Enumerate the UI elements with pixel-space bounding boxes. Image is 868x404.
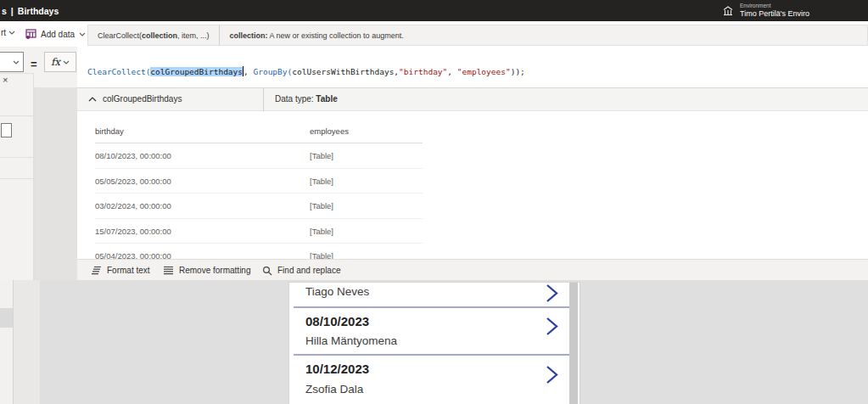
formula-function: ClearCollect( bbox=[87, 67, 150, 76]
column-header-employees: employees bbox=[310, 126, 349, 136]
chevron-down-icon bbox=[13, 60, 20, 65]
signature-call-prefix: ClearCollect( bbox=[98, 31, 142, 40]
table-row: 05/05/2023, 00:00:00 [Table] bbox=[95, 169, 423, 194]
cell-birthday: 08/10/2023, 00:00:00 bbox=[95, 143, 171, 169]
variable-preview-panel: colGroupedBirthdays Data type: Table bir… bbox=[77, 87, 868, 259]
formula-function: GroupBy( bbox=[253, 67, 292, 76]
environment-name: Timo Pertilä's Enviro bbox=[740, 10, 867, 18]
formula-signature-bar: ClearCollect(collection, item, ...) coll… bbox=[87, 25, 868, 46]
chevron-down-icon bbox=[63, 60, 70, 65]
insert-button-partial[interactable]: rt bbox=[1, 28, 15, 37]
gallery-item-date[interactable]: 08/10/2023 bbox=[305, 314, 369, 328]
cell-employees: [Table] bbox=[310, 219, 333, 244]
formula-separator: , bbox=[447, 67, 456, 76]
search-icon bbox=[262, 266, 272, 276]
format-text-icon bbox=[91, 266, 102, 275]
table-row: 03/02/2024, 00:00:00 [Table] bbox=[95, 194, 423, 219]
close-icon[interactable]: × bbox=[3, 75, 8, 85]
signature-param-name: collection: bbox=[230, 31, 268, 40]
title-divider: | bbox=[11, 6, 14, 16]
collection-name: colGroupedBirthdays bbox=[103, 94, 182, 104]
signature-param-description: A new or existing collection to augment. bbox=[268, 31, 404, 40]
search-field-partial[interactable] bbox=[1, 123, 12, 137]
cell-birthday: 05/05/2023, 00:00:00 bbox=[95, 169, 171, 194]
panel-divider bbox=[0, 178, 34, 179]
cell-birthday: 03/02/2024, 00:00:00 bbox=[95, 194, 171, 219]
signature-call: ClearCollect(collection, item, ...) bbox=[88, 31, 219, 40]
format-text-button[interactable]: Format text bbox=[91, 260, 150, 281]
formula-identifier: colUsersWithBirthdays bbox=[292, 67, 394, 76]
table-row: 15/07/2023, 00:00:00 [Table] bbox=[95, 219, 423, 244]
chevron-down-icon bbox=[8, 31, 15, 35]
command-bar: rt Add data ClearCollect(collection, ite… bbox=[0, 21, 868, 47]
preview-panel-header[interactable]: colGroupedBirthdays Data type: Table bbox=[77, 88, 868, 111]
property-selector-dropdown[interactable] bbox=[0, 52, 24, 72]
tree-view-panel: × bbox=[0, 73, 34, 280]
collapse-chevron-icon[interactable] bbox=[88, 97, 97, 102]
cell-employees: [Table] bbox=[310, 244, 333, 259]
cell-birthday: 15/07/2023, 00:00:00 bbox=[95, 219, 171, 244]
title-bar: s | Birthdays Environment Timo Pertilä's… bbox=[0, 0, 868, 21]
app-name: Birthdays bbox=[18, 6, 59, 16]
left-rail bbox=[0, 280, 14, 404]
find-and-replace-label: Find and replace bbox=[277, 266, 341, 275]
insert-label: rt bbox=[1, 28, 6, 37]
formula-text: ClearCollect(colGroupedBirthdays, GroupB… bbox=[87, 66, 525, 76]
header-divider bbox=[263, 88, 264, 111]
fx-dropdown[interactable]: fx bbox=[44, 52, 76, 72]
add-data-button[interactable]: Add data bbox=[25, 26, 86, 42]
add-data-label: Add data bbox=[41, 30, 75, 39]
table-row: 08/10/2023, 00:00:00 [Table] bbox=[95, 143, 423, 169]
chevron-right-icon[interactable] bbox=[546, 365, 558, 384]
cell-employees: [Table] bbox=[310, 169, 333, 194]
cell-employees: [Table] bbox=[310, 194, 333, 219]
fx-icon: fx bbox=[51, 56, 60, 68]
remove-formatting-button[interactable]: Remove formatting bbox=[163, 260, 250, 281]
equals-sign: = bbox=[31, 58, 37, 70]
cell-employees: [Table] bbox=[310, 143, 333, 169]
canvas-gutter bbox=[35, 87, 77, 280]
environment-picker[interactable]: Environment Timo Pertilä's Enviro bbox=[722, 0, 867, 21]
environment-icon bbox=[722, 5, 734, 17]
formula-closing: )); bbox=[511, 67, 525, 76]
find-and-replace-button[interactable]: Find and replace bbox=[262, 260, 341, 281]
data-type-label: Data type: bbox=[275, 94, 316, 104]
signature-active-param: collection bbox=[142, 31, 177, 40]
app-title: s | Birthdays bbox=[0, 6, 59, 16]
table-row: 05/04/2023, 00:00:00 [Table] bbox=[95, 244, 423, 259]
formula-string: "employees" bbox=[457, 67, 511, 76]
gallery-item-name[interactable]: Hilla Mäntyomena bbox=[305, 334, 397, 347]
gallery-item-name[interactable]: Zsofia Dala bbox=[305, 383, 363, 396]
data-type-value: Table bbox=[316, 94, 337, 104]
signature-call-suffix: , item, ...) bbox=[177, 31, 210, 40]
gallery-divider bbox=[294, 306, 570, 308]
birthday-gallery[interactable]: Tiago Neves 08/10/2023 Hilla Mäntyomena … bbox=[288, 282, 580, 404]
editor-toolbar: Format text Remove formatting Find and r… bbox=[77, 259, 868, 280]
formula-string: "birthday" bbox=[399, 67, 447, 76]
gallery-item-name[interactable]: Tiago Neves bbox=[305, 285, 369, 298]
panel-divider bbox=[0, 115, 34, 116]
formula-input[interactable]: ClearCollect(colGroupedBirthdays, GroupB… bbox=[77, 47, 868, 87]
gallery-scrollbar[interactable] bbox=[569, 283, 578, 404]
formula-selected-text: colGroupedBirthdays bbox=[150, 67, 243, 76]
add-data-icon bbox=[25, 29, 36, 39]
remove-formatting-icon bbox=[163, 266, 174, 275]
panel-divider bbox=[0, 157, 34, 158]
chevron-right-icon[interactable] bbox=[546, 283, 558, 303]
cell-birthday: 05/04/2023, 00:00:00 bbox=[95, 244, 171, 259]
format-text-label: Format text bbox=[107, 266, 150, 275]
left-rail-selected-item[interactable] bbox=[0, 308, 13, 328]
chevron-down-icon bbox=[79, 32, 86, 36]
gallery-item-date[interactable]: 10/12/2023 bbox=[305, 362, 369, 376]
data-type: Data type: Table bbox=[275, 94, 338, 104]
gallery-divider bbox=[294, 354, 570, 356]
column-header-birthday: birthday bbox=[95, 126, 124, 136]
remove-formatting-label: Remove formatting bbox=[179, 266, 250, 275]
title-prefix: s bbox=[2, 6, 7, 16]
environment-label: Environment bbox=[740, 3, 867, 9]
signature-description: collection: A new or existing collection… bbox=[220, 31, 414, 40]
environment-text: Environment Timo Pertilä's Enviro bbox=[740, 3, 867, 19]
chevron-right-icon[interactable] bbox=[546, 317, 558, 336]
canvas-left-band bbox=[14, 280, 40, 404]
formula-separator: , bbox=[244, 67, 253, 76]
